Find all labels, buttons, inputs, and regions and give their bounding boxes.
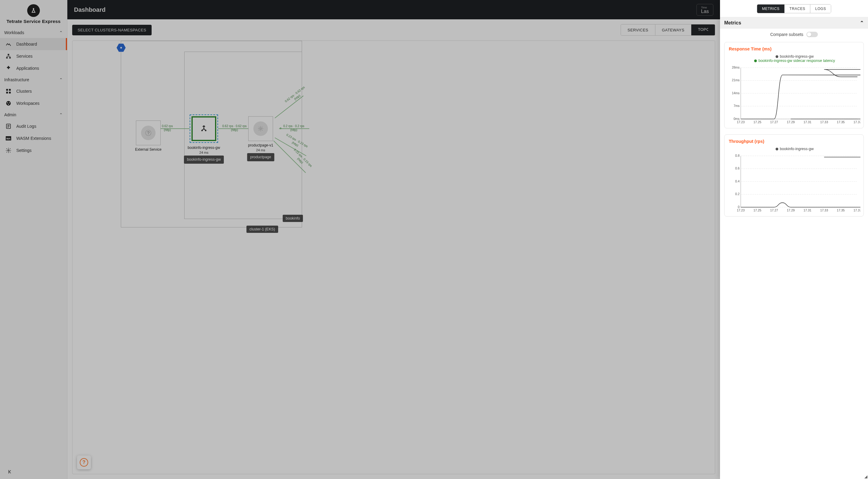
clusters-icon bbox=[5, 88, 12, 95]
nav-section-workloads[interactable]: Workloads ⌃ bbox=[0, 27, 67, 38]
svg-text:28ms: 28ms bbox=[732, 66, 739, 69]
node-label: bookinfo-ingress-gw 24 ms bookinfo-ingre… bbox=[184, 145, 224, 164]
sidebar-item-label: Clusters bbox=[16, 89, 32, 94]
svg-rect-5 bbox=[9, 89, 11, 91]
tab-topology[interactable]: TOPOLOGY bbox=[691, 25, 715, 35]
chart-throughput: Throughput (rps) bookinfo-ingress-gw 00.… bbox=[724, 134, 864, 217]
svg-text:0.6: 0.6 bbox=[735, 167, 740, 170]
svg-text:17.35: 17.35 bbox=[837, 209, 845, 212]
edge-dot-icon bbox=[280, 127, 281, 129]
tab-services[interactable]: SERVICES bbox=[621, 25, 655, 35]
svg-point-11 bbox=[8, 104, 9, 105]
edge-label: 0.2 rps · 0.2 rps(http) bbox=[283, 124, 304, 132]
svg-text:17.25: 17.25 bbox=[753, 121, 762, 124]
svg-text:17.27: 17.27 bbox=[770, 209, 778, 212]
nav-section-admin[interactable]: Admin ⌃ bbox=[0, 109, 67, 120]
panel-tab-traces[interactable]: TRACES bbox=[784, 4, 810, 13]
sidebar-item-clusters[interactable]: Clusters bbox=[0, 85, 67, 97]
page-title: Dashboard bbox=[74, 6, 105, 13]
view-tabs: SERVICES GATEWAYS TOPOLOGY bbox=[621, 24, 715, 36]
node-label: productpage-v1 24 ms productpage bbox=[247, 143, 274, 161]
sidebar-item-label: Audit Logs bbox=[16, 124, 36, 129]
node-external-service[interactable]: ? bbox=[136, 121, 161, 145]
svg-text:17.31: 17.31 bbox=[803, 209, 811, 212]
svg-point-9 bbox=[7, 102, 8, 103]
sidebar-item-applications[interactable]: Applications bbox=[0, 62, 67, 74]
main: Dashboard Time Las SELECT CLUSTERS-NAMES… bbox=[67, 0, 720, 479]
svg-text:0.4: 0.4 bbox=[735, 180, 740, 183]
select-clusters-namespaces-button[interactable]: SELECT CLUSTERS-NAMESPACES bbox=[72, 25, 152, 35]
panel-tab-logs[interactable]: LOGS bbox=[810, 4, 831, 13]
svg-text:0.8: 0.8 bbox=[735, 154, 740, 157]
svg-text:17.33: 17.33 bbox=[820, 121, 828, 124]
legend-dot-icon bbox=[776, 148, 778, 151]
node-bookinfo-ingress-gw[interactable] bbox=[190, 115, 218, 143]
topbar: Dashboard Time Las bbox=[67, 0, 720, 19]
settings-icon bbox=[5, 147, 12, 154]
svg-text:14ms: 14ms bbox=[732, 92, 739, 95]
compare-subsets-toggle[interactable] bbox=[806, 32, 818, 37]
compare-label: Compare subsets bbox=[770, 32, 803, 37]
panel-section-header[interactable]: Metrics ⌃ bbox=[720, 17, 868, 29]
cluster-tag: cluster-1 (EKS) bbox=[246, 226, 278, 233]
svg-rect-1 bbox=[8, 54, 9, 55]
sidebar-item-dashboard[interactable]: Dashboard bbox=[0, 38, 67, 50]
namespace-tag: bookinfo bbox=[283, 215, 303, 222]
chevron-up-icon: ⌃ bbox=[59, 30, 63, 35]
workspaces-icon bbox=[5, 100, 12, 107]
resize-handle-icon[interactable] bbox=[864, 475, 867, 478]
nav-section-label: Admin bbox=[4, 113, 16, 117]
sidebar-item-audit-logs[interactable]: Audit Logs bbox=[0, 120, 67, 132]
sidebar-item-label: Dashboard bbox=[16, 42, 37, 46]
svg-point-17 bbox=[260, 128, 261, 130]
chart-title: Throughput (rps) bbox=[729, 139, 861, 144]
sidebar-item-services[interactable]: Services bbox=[0, 50, 67, 62]
svg-text:21ms: 21ms bbox=[732, 78, 739, 82]
chart-plot: 0ms7ms14ms21ms28ms 17.2317.2517.2717.291… bbox=[729, 65, 861, 125]
toolbar: SELECT CLUSTERS-NAMESPACES SERVICES GATE… bbox=[67, 19, 720, 40]
panel-tabs: METRICS TRACES LOGS bbox=[720, 0, 868, 17]
wasm-icon: WA bbox=[5, 135, 12, 142]
time-range-select[interactable]: Time Las bbox=[696, 4, 713, 16]
node-productpage[interactable] bbox=[248, 116, 273, 141]
svg-text:7ms: 7ms bbox=[734, 104, 740, 107]
edge-label: 0.62 rps(http) bbox=[162, 124, 173, 132]
sidebar-item-wasm-extensions[interactable]: WA WASM Extensions bbox=[0, 132, 67, 145]
sidebar-collapse-button[interactable] bbox=[5, 467, 15, 477]
help-icon: ? bbox=[80, 458, 88, 467]
question-icon: ? bbox=[141, 126, 156, 140]
sidebar-item-label: Settings bbox=[16, 148, 32, 153]
audit-logs-icon bbox=[5, 123, 12, 130]
topology-canvas[interactable]: 0.62 rps(http) 0.62 rps · 0.62 rps(http)… bbox=[72, 40, 715, 474]
svg-text:17.23: 17.23 bbox=[737, 121, 745, 124]
applications-icon bbox=[5, 65, 12, 72]
svg-text:17.33: 17.33 bbox=[820, 209, 828, 212]
sidebar-item-workspaces[interactable]: Workspaces bbox=[0, 97, 67, 109]
chart-plot: 00.20.40.60.8 17.2317.2517.2717.2917.311… bbox=[729, 153, 861, 213]
svg-text:0.2: 0.2 bbox=[735, 192, 740, 196]
tab-gateways[interactable]: GATEWAYS bbox=[655, 25, 691, 35]
svg-point-13 bbox=[8, 150, 9, 151]
nav-section-infrastructure[interactable]: Infrastructure ⌃ bbox=[0, 74, 67, 85]
brand-title: Tetrate Service Express bbox=[6, 19, 60, 24]
node-pill: bookinfo-ingress-gw bbox=[184, 156, 224, 164]
service-icon bbox=[253, 121, 268, 136]
legend-dot-icon bbox=[776, 55, 778, 58]
svg-rect-6 bbox=[6, 92, 8, 94]
svg-point-10 bbox=[9, 102, 10, 103]
chart-legend: bookinfo-ingress-gw bookinfo-ingress-gw … bbox=[729, 54, 861, 63]
chevron-up-icon: ⌃ bbox=[59, 77, 63, 82]
svg-text:17.29: 17.29 bbox=[787, 209, 795, 212]
svg-text:17.25: 17.25 bbox=[753, 209, 762, 212]
sidebar-item-label: Workspaces bbox=[16, 101, 39, 106]
brand-logo-icon bbox=[27, 4, 40, 17]
sidebar-item-label: Services bbox=[16, 54, 33, 59]
svg-text:17.29: 17.29 bbox=[787, 121, 795, 124]
sidebar-item-settings[interactable]: Settings bbox=[0, 145, 67, 156]
help-button[interactable]: ? bbox=[77, 455, 91, 469]
node-label: External Service bbox=[135, 147, 161, 152]
sidebar-item-label: Applications bbox=[16, 66, 39, 71]
svg-text:17.37: 17.37 bbox=[854, 209, 861, 212]
panel-tab-metrics[interactable]: METRICS bbox=[757, 4, 784, 13]
sidebar: Tetrate Service Express Workloads ⌃ Dash… bbox=[0, 0, 67, 479]
